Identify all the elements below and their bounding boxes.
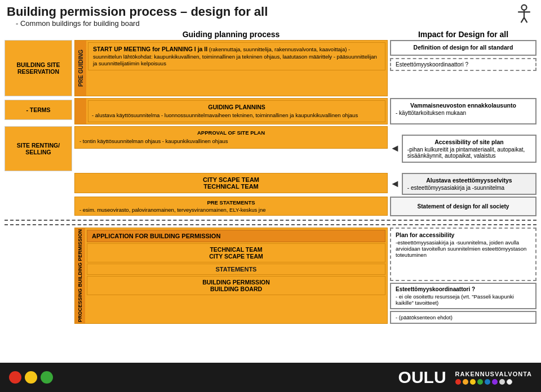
city-scape-line2: TECHNICAL TEAM — [79, 183, 383, 190]
dot-green — [41, 371, 53, 384]
building-site-reservation-box: BUILDING SITE RESERVATION — [5, 40, 72, 96]
impact-title: Impact for Design for all — [390, 30, 536, 39]
guiding-title: Guiding planning process — [74, 30, 388, 39]
paatos-text: - (päätöksenteon ehdot) — [396, 314, 453, 320]
guiding-plannins-box: GUIDING PLANNINS - alustava käyttösuunni… — [88, 100, 385, 122]
esteettomyys2-title: Esteettömyyskoordinaattori ? — [396, 286, 531, 292]
plan-accessibility-title: Plan for accessibility — [396, 231, 531, 238]
content-area: BUILDING SITE RESERVATION PRE GUIDING ST… — [5, 40, 536, 358]
impact-header: Impact for Design for all — [390, 30, 536, 39]
definition-title: Definition of design for all standard — [396, 44, 531, 51]
building-permission-box: BUILDING PERMISSION BUILDING BOARD — [87, 276, 385, 295]
bottom-right-inner: OULU RAKENNUSVALVONTA — [398, 368, 532, 387]
processing-bottom: PROCESSING BUILDING PERMISSION APPLICATI… — [5, 224, 536, 324]
dashed-divider — [5, 220, 536, 221]
middle-startup-col: PRE GUIDING START UP MEETING for PLANNIN… — [74, 40, 388, 96]
pre-guiding-spacer — [75, 99, 86, 124]
rakennusvalvonta-col: RAKENNUSVALVONTA — [455, 371, 532, 385]
header: Building permission process – design for… — [0, 0, 541, 30]
sdot-8 — [507, 379, 512, 385]
statements-bar: STATEMENTS — [87, 264, 385, 275]
esteettomyys-text: Esteettömyyskoordinaattori ? — [396, 61, 468, 68]
svg-line-3 — [521, 17, 524, 23]
accessibility-site-col: ◄ Accessibility of site plan -pihan kulk… — [390, 126, 536, 171]
row5-left-spacer — [5, 197, 72, 216]
statement-design-col: Statement of design for all society — [390, 197, 536, 216]
building-permission-label: BUILDING PERMISSION — [92, 279, 380, 286]
proc-left-spacer — [5, 228, 72, 324]
approval-title: APPROVAL OF SITE PLAN — [79, 130, 383, 137]
technical-team-label: TECHNICAL TEAM — [92, 246, 380, 253]
definition-box: Definition of design for all standard — [390, 40, 536, 56]
guiding-plannins-section: GUIDING PLANNINS - alustava käyttösuunni… — [74, 98, 388, 124]
dot-red — [9, 371, 21, 384]
guiding-plannins-col: GUIDING PLANNINS - alustava käyttösuunni… — [74, 98, 388, 124]
row2: - TERMS GUIDING PLANNINS - alustava käyt… — [5, 98, 536, 124]
pre-statements-text: - esim. museovirasto, paloviranomainen, … — [79, 207, 266, 213]
right-def-col: Definition of design for all standard Es… — [390, 40, 536, 96]
building-board-label: BUILDING BOARD — [92, 286, 380, 292]
accessibility-site-title: Accessibility of site plan — [407, 139, 531, 145]
vammainen-col: Vammaisneuvoston ennakkolausunto - käytt… — [390, 98, 536, 124]
approval-col: APPROVAL OF SITE PLAN - tontin käyttösuu… — [74, 126, 388, 171]
sdot-3 — [470, 379, 476, 385]
row4-left-spacer — [5, 173, 72, 195]
paatos-box: - (päätöksenteon ehdot) — [390, 311, 536, 324]
column-headers: Guiding planning process Impact for Desi… — [0, 30, 541, 39]
guiding-header: Guiding planning process — [74, 30, 388, 39]
rakennusvalvonta-text: RAKENNUSVALVONTA — [455, 371, 532, 377]
bsr-label: BUILDING SITE RESERVATION — [7, 61, 69, 75]
pre-guiding-content: START UP MEETING for PLANNING I ja II (r… — [86, 41, 387, 96]
startup-title: START UP MEETING for PLANNING I ja II — [93, 46, 207, 52]
color-dots-row — [455, 379, 532, 385]
guiding-plannins-content: GUIDING PLANNINS - alustava käyttösuunni… — [86, 99, 387, 124]
page-container: Building permission process – design for… — [0, 0, 541, 358]
pre-statements-col: PRE STATEMENTS - esim. museovirasto, pal… — [74, 197, 388, 216]
accessibility-icon — [514, 3, 534, 24]
sdot-2 — [463, 379, 468, 385]
guiding-plannins-title: GUIDING PLANNINS — [92, 103, 382, 111]
alustava-text: - esteettömyysasiakirja ja -suunnitelma — [407, 185, 504, 191]
terms-box: - TERMS — [5, 100, 72, 120]
vammainen-title: Vammaisneuvoston ennakkolausunto — [396, 102, 531, 109]
bottom-strip: OULU RAKENNUSVALVONTA — [0, 363, 541, 392]
proc-content: APPLICATION FOR BUILDING PERMISSION TECH… — [85, 228, 387, 323]
pre-statements-box: PRE STATEMENTS - esim. museovirasto, pal… — [74, 197, 388, 216]
sdot-4 — [477, 379, 483, 385]
plan-accessibility-box: Plan for accessibility -esteettömyysasia… — [390, 228, 536, 281]
terms-label: - TERMS — [26, 106, 50, 113]
esteettomyys-box: Esteettömyyskoordinaattori ? — [390, 58, 536, 71]
startup-box: START UP MEETING for PLANNING I ja II (r… — [88, 42, 385, 70]
dot-yellow — [25, 371, 37, 384]
bottom-dots — [9, 371, 53, 384]
row5: PRE STATEMENTS - esim. museovirasto, pal… — [5, 197, 536, 216]
ch-left-spacer — [5, 30, 72, 39]
row1: BUILDING SITE RESERVATION PRE GUIDING ST… — [5, 40, 536, 96]
site-renting-box: SITE RENTING/ SELLING — [5, 126, 72, 171]
esteettomyys2-box: Esteettömyyskoordinaattori ? - ei ole os… — [390, 283, 536, 309]
pre-guiding-label: PRE GUIDING — [75, 41, 86, 96]
proc-right: Plan for accessibility -esteettömyysasia… — [390, 228, 536, 324]
arrow-accessibility: ◄ — [390, 142, 400, 154]
terms-col: - TERMS — [5, 98, 72, 124]
approval-text: - tontin käyttösuunnitelman ohjaus - kau… — [79, 138, 228, 144]
esteettomyys2-text: - ei ole osoitettu resursseja (vrt. "Pas… — [396, 293, 514, 306]
vammainen-box: Vammaisneuvoston ennakkolausunto - käytt… — [390, 98, 536, 124]
city-scape-line1: CITY SCAPE TEAM — [79, 176, 383, 183]
pre-guiding-section: PRE GUIDING START UP MEETING for PLANNIN… — [74, 40, 388, 96]
approval-box: APPROVAL OF SITE PLAN - tontin käyttösuu… — [74, 126, 388, 149]
app-permission-text: APPLICATION FOR BUILDING PERMISSION — [92, 233, 220, 239]
bottom-right: OULU RAKENNUSVALVONTA — [398, 368, 532, 387]
guiding-plannins-text: - alustava käyttösuunnitelma - luonnossu… — [92, 112, 358, 118]
page-title: Building permission process – design for… — [7, 5, 534, 19]
oulu-text: OULU — [398, 368, 446, 387]
statement-design-box: Statement of design for all society — [390, 197, 536, 216]
statement-design-text: Statement of design for all society — [418, 203, 509, 210]
sdot-6 — [492, 379, 498, 385]
sdot-5 — [485, 379, 490, 385]
page-subtitle: - Common buildings for building board — [16, 19, 534, 28]
city-scape-team-label: CITY SCAPE TEAM — [92, 253, 380, 260]
site-renting-label: SITE RENTING/ SELLING — [7, 142, 69, 155]
sdot-7 — [499, 379, 505, 385]
processing-label: PROCESSING BUILDING PERMISSION — [75, 228, 85, 323]
